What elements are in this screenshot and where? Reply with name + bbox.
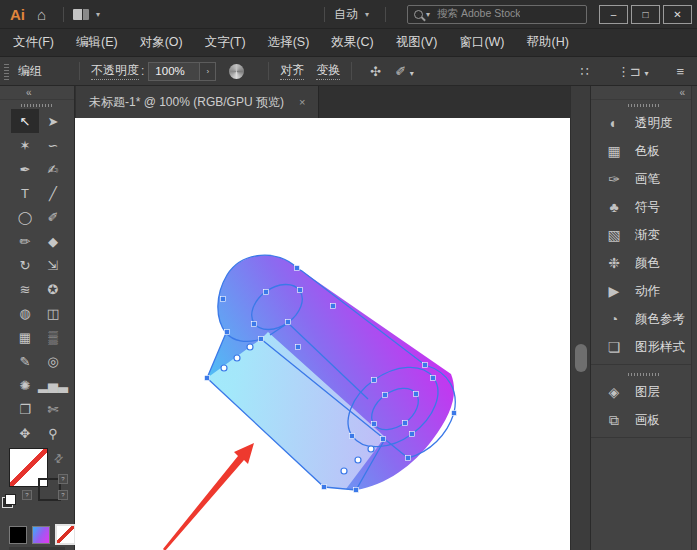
panel-item-brushes[interactable]: ✑画笔 — [591, 165, 697, 193]
panel-item-color[interactable]: ❉颜色 — [591, 249, 697, 277]
lasso-tool[interactable]: ∽ — [39, 133, 67, 157]
dock-drag-handle[interactable] — [628, 104, 660, 107]
minimize-button[interactable]: – — [599, 5, 628, 24]
chevron-down-icon[interactable]: ▾ — [365, 10, 369, 19]
shape-builder-tool-icon: ◍ — [19, 306, 30, 321]
red-annotation-arrow — [163, 443, 254, 550]
tab-close-icon[interactable]: × — [299, 96, 305, 108]
artboard-tool[interactable]: ❐ — [11, 397, 39, 421]
panel-item-layers[interactable]: ◈图层 — [591, 378, 697, 406]
symbol-sprayer-tool[interactable]: ✺ — [11, 373, 39, 397]
panel-item-swatches[interactable]: ▦色板 — [591, 137, 697, 165]
maximize-button[interactable]: □ — [631, 5, 660, 24]
recolor-artwork-icon[interactable] — [229, 64, 244, 79]
shape-options-icon[interactable]: ✐ ▾ — [395, 64, 414, 79]
artboard-tool-icon: ❐ — [19, 402, 31, 417]
panel-item-label: 画板 — [635, 412, 660, 429]
shaper-tool[interactable]: ✏ — [11, 229, 39, 253]
perspective-grid-tool[interactable]: ◫ — [39, 301, 67, 325]
panel-item-color-guide[interactable]: ◔颜色参考 — [591, 305, 697, 333]
document-tab[interactable]: 未标题-1* @ 100% (RGB/GPU 预览) × — [76, 86, 319, 118]
puppet-warp-tool[interactable]: ✪ — [39, 277, 67, 301]
mesh-tool[interactable]: ▦ — [11, 325, 39, 349]
preferences-icon[interactable]: ⋮⊐ ▾ — [617, 64, 649, 79]
menu-item[interactable]: 文件(F) — [2, 34, 65, 51]
document-setup-icon[interactable]: ∷ — [581, 64, 589, 79]
search-icon — [414, 10, 423, 19]
opacity-dropdown-icon[interactable]: › — [200, 62, 216, 81]
collapse-panel-icon[interactable]: « — [26, 86, 32, 99]
menu-item[interactable]: 选择(S) — [257, 34, 321, 51]
close-button[interactable]: ✕ — [663, 5, 692, 24]
panel-item-label: 颜色参考 — [635, 311, 685, 328]
line-segment-tool[interactable]: ╱ — [39, 181, 67, 205]
zoom-tool[interactable]: ⚲ — [39, 421, 67, 445]
artboard-canvas[interactable] — [75, 118, 570, 550]
drag-grip[interactable] — [4, 62, 9, 80]
panel-item-gradient[interactable]: ▧渐变 — [591, 221, 697, 249]
type-tool[interactable]: T — [11, 181, 39, 205]
magic-wand-tool[interactable]: ✶ — [11, 133, 39, 157]
direct-selection-tool[interactable]: ➤ — [39, 109, 67, 133]
opacity-label[interactable]: 不透明度 — [91, 62, 139, 80]
default-fill-stroke-icon[interactable] — [5, 494, 16, 505]
scrollbar-thumb[interactable] — [575, 344, 587, 372]
graph-tool-icon: ▂▅▃ — [38, 378, 68, 393]
paintbrush-tool[interactable]: ✐ — [39, 205, 67, 229]
actions-icon: ▶ — [604, 283, 624, 299]
menu-item[interactable]: 视图(V) — [385, 34, 449, 51]
shape-builder-tool[interactable]: ◍ — [11, 301, 39, 325]
collapse-dock-icon[interactable]: « — [679, 86, 685, 99]
menu-item[interactable]: 编辑(E) — [65, 34, 129, 51]
panel-item-graphic-styles[interactable]: ❏图形样式 — [591, 333, 697, 361]
gradient-tool[interactable]: ▒ — [39, 325, 67, 349]
vertical-scrollbar[interactable] — [570, 86, 591, 550]
panel-drag-handle[interactable] — [21, 104, 53, 107]
eyedropper-tool[interactable]: ✎ — [11, 349, 39, 373]
color-chip[interactable] — [9, 526, 27, 544]
graph-tool[interactable]: ▂▅▃ — [39, 373, 67, 397]
panel-item-label: 透明度 — [635, 115, 673, 132]
gradient-chip[interactable] — [32, 526, 50, 544]
chevron-down-icon[interactable]: ▾ — [96, 10, 100, 19]
panel-item-transparency[interactable]: ◐透明度 — [591, 109, 697, 137]
arrange-documents-icon[interactable] — [73, 9, 89, 20]
scale-tool-icon: ⇲ — [48, 258, 59, 273]
pen-tool[interactable]: ✒ — [11, 157, 39, 181]
hand-tool[interactable]: ✥ — [11, 421, 39, 445]
panel-item-actions[interactable]: ▶动作 — [591, 277, 697, 305]
curvature-tool[interactable]: ✍ — [39, 157, 67, 181]
menu-item[interactable]: 效果(C) — [320, 34, 384, 51]
eraser-tool[interactable]: ◆ — [39, 229, 67, 253]
opacity-input[interactable]: 100% — [148, 62, 200, 81]
width-tool[interactable]: ≋ — [11, 277, 39, 301]
selection-tool[interactable]: ↖ — [11, 109, 39, 133]
slice-tool[interactable]: ✄ — [39, 397, 67, 421]
menu-item[interactable]: 文字(T) — [194, 34, 257, 51]
blend-tool[interactable]: ◎ — [39, 349, 67, 373]
ellipse-tool[interactable]: ◯ — [11, 205, 39, 229]
scale-tool[interactable]: ⇲ — [39, 253, 67, 277]
home-icon[interactable]: ⌂ — [37, 6, 46, 23]
menu-item[interactable]: 帮助(H) — [516, 34, 580, 51]
menu-item[interactable]: 对象(O) — [129, 34, 194, 51]
tools-grid: ↖➤✶∽✒✍T╱◯✐✏◆↻⇲≋✪◍◫▦▒✎◎✺▂▅▃❐✄✥⚲ — [4, 109, 74, 445]
panel-menu-icon[interactable]: ≡ — [676, 64, 684, 79]
free-transform-icon[interactable]: ✣ — [370, 64, 381, 79]
swap-fill-stroke-icon[interactable]: ⇄ — [51, 451, 67, 467]
align-button[interactable]: 对齐 — [280, 62, 304, 80]
puppet-warp-tool-icon: ✪ — [48, 282, 59, 297]
dock-drag-handle[interactable] — [628, 373, 660, 376]
panel-item-artboards[interactable]: ⧉画板 — [591, 406, 697, 434]
color-guide-icon: ◔ — [604, 311, 624, 327]
workspace-switcher[interactable]: 自动 — [334, 6, 358, 23]
menu-item[interactable]: 窗口(W) — [448, 34, 515, 51]
panel-item-label: 色板 — [635, 143, 660, 160]
brushes-icon: ✑ — [604, 171, 624, 187]
panel-item-symbols[interactable]: ♣符号 — [591, 193, 697, 221]
rotate-tool[interactable]: ↻ — [11, 253, 39, 277]
layers-icon: ◈ — [604, 384, 624, 400]
transform-button[interactable]: 变换 — [316, 62, 340, 80]
stock-search-input[interactable]: ▾ 搜索 Adobe Stock — [407, 5, 587, 24]
none-chip[interactable] — [55, 524, 76, 545]
